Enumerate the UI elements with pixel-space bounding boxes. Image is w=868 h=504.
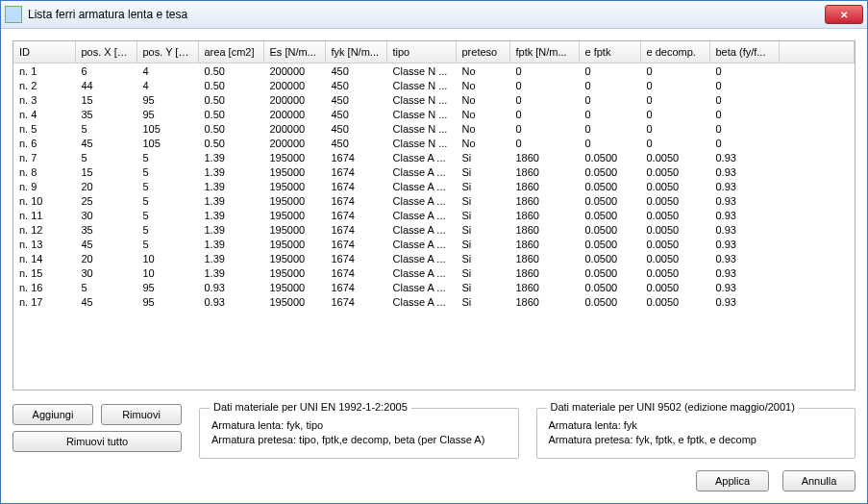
cell-fyk[interactable]: 1674 [325, 150, 386, 164]
cell-area[interactable]: 0.50 [198, 107, 263, 121]
cell-tipo[interactable]: Classe A ... [386, 280, 456, 294]
cell-tipo[interactable]: Classe A ... [386, 294, 456, 309]
cell-ede[interactable]: 0.0050 [640, 251, 709, 265]
cell-beta[interactable]: 0.93 [709, 280, 779, 294]
cell-efptk[interactable]: 0 [579, 63, 640, 79]
cell-ede[interactable]: 0.0050 [640, 237, 709, 251]
cell-es[interactable]: 200000 [263, 63, 325, 79]
cell-beta[interactable]: 0.93 [709, 193, 779, 208]
cell-fptk[interactable]: 1860 [509, 251, 579, 265]
table-row[interactable]: n. 1745950.931950001674Classe A ...Si186… [13, 294, 855, 309]
table-row[interactable]: n. 134551.391950001674Classe A ...Si1860… [13, 237, 855, 251]
cell-ede[interactable]: 0.0050 [640, 265, 709, 280]
cell-ede[interactable]: 0.0050 [640, 294, 709, 309]
table-row[interactable]: n. 92051.391950001674Classe A ...Si18600… [13, 179, 855, 193]
cell-tipo[interactable]: Classe A ... [386, 164, 456, 179]
column-header[interactable]: Es [N/m... [263, 41, 325, 63]
cell-py[interactable]: 5 [136, 164, 198, 179]
table-row[interactable]: n. 102551.391950001674Classe A ...Si1860… [13, 193, 855, 208]
cell-beta[interactable]: 0.93 [709, 251, 779, 265]
cell-es[interactable]: 195000 [263, 193, 325, 208]
cell-px[interactable]: 45 [75, 136, 136, 150]
cell-efptk[interactable]: 0.0500 [579, 222, 640, 237]
table-row[interactable]: n. 1420101.391950001674Classe A ...Si186… [13, 251, 855, 265]
cell-ede[interactable]: 0.0050 [640, 208, 709, 222]
cell-fptk[interactable]: 1860 [509, 294, 579, 309]
close-button[interactable]: ✕ [825, 5, 863, 24]
cell-fyk[interactable]: 1674 [325, 208, 386, 222]
cell-beta[interactable]: 0.93 [709, 265, 779, 280]
cell-ede[interactable]: 0.0050 [640, 193, 709, 208]
cell-efptk[interactable]: 0 [579, 92, 640, 107]
cell-fptk[interactable]: 1860 [509, 280, 579, 294]
cell-beta[interactable]: 0 [709, 63, 779, 79]
cell-pre[interactable]: Si [456, 251, 509, 265]
cell-area[interactable]: 1.39 [198, 265, 263, 280]
cell-efptk[interactable]: 0.0500 [579, 251, 640, 265]
cell-fyk[interactable]: 1674 [325, 265, 386, 280]
cell-fptk[interactable]: 0 [509, 63, 579, 79]
cell-tipo[interactable]: Classe N ... [386, 78, 456, 92]
cell-id[interactable]: n. 5 [13, 121, 75, 136]
cell-efptk[interactable]: 0.0500 [579, 208, 640, 222]
table-row[interactable]: n. 315950.50200000450Classe N ...No0000 [13, 92, 855, 107]
cell-es[interactable]: 195000 [263, 164, 325, 179]
cell-area[interactable]: 1.39 [198, 208, 263, 222]
cell-id[interactable]: n. 9 [13, 179, 75, 193]
cell-fptk[interactable]: 0 [509, 136, 579, 150]
column-header[interactable]: e fptk [579, 41, 640, 63]
cell-ede[interactable]: 0.0050 [640, 222, 709, 237]
column-header[interactable]: ID [13, 41, 75, 63]
table-row[interactable]: n. 165950.931950001674Classe A ...Si1860… [13, 280, 855, 294]
cell-ede[interactable]: 0 [640, 92, 709, 107]
cell-id[interactable]: n. 1 [13, 63, 75, 79]
cell-beta[interactable]: 0 [709, 107, 779, 121]
cell-pre[interactable]: Si [456, 237, 509, 251]
cell-beta[interactable]: 0.93 [709, 294, 779, 309]
cell-pre[interactable]: Si [456, 280, 509, 294]
cell-fptk[interactable]: 1860 [509, 222, 579, 237]
cell-id[interactable]: n. 14 [13, 251, 75, 265]
cell-ede[interactable]: 0 [640, 121, 709, 136]
cell-area[interactable]: 1.39 [198, 237, 263, 251]
cell-py[interactable]: 5 [136, 179, 198, 193]
cell-py[interactable]: 10 [136, 265, 198, 280]
cell-px[interactable]: 45 [75, 237, 136, 251]
cell-fptk[interactable]: 1860 [509, 150, 579, 164]
table-row[interactable]: n. 24440.50200000450Classe N ...No0000 [13, 78, 855, 92]
cell-py[interactable]: 5 [136, 193, 198, 208]
cell-px[interactable]: 20 [75, 179, 136, 193]
cell-tipo[interactable]: Classe A ... [386, 251, 456, 265]
cell-fptk[interactable]: 0 [509, 107, 579, 121]
cell-py[interactable]: 95 [136, 294, 198, 309]
cancel-button[interactable]: Annulla [782, 470, 856, 491]
cell-area[interactable]: 0.93 [198, 294, 263, 309]
cell-ede[interactable]: 0 [640, 107, 709, 121]
cell-area[interactable]: 1.39 [198, 164, 263, 179]
cell-area[interactable]: 1.39 [198, 251, 263, 265]
cell-es[interactable]: 200000 [263, 121, 325, 136]
cell-efptk[interactable]: 0 [579, 121, 640, 136]
cell-es[interactable]: 195000 [263, 265, 325, 280]
cell-beta[interactable]: 0 [709, 136, 779, 150]
cell-area[interactable]: 0.50 [198, 121, 263, 136]
cell-es[interactable]: 200000 [263, 107, 325, 121]
cell-py[interactable]: 4 [136, 63, 198, 79]
cell-px[interactable]: 25 [75, 193, 136, 208]
cell-pre[interactable]: Si [456, 265, 509, 280]
cell-fyk[interactable]: 1674 [325, 251, 386, 265]
cell-es[interactable]: 200000 [263, 136, 325, 150]
cell-id[interactable]: n. 11 [13, 208, 75, 222]
cell-efptk[interactable]: 0.0500 [579, 193, 640, 208]
cell-py[interactable]: 5 [136, 237, 198, 251]
table-row[interactable]: n. 435950.50200000450Classe N ...No0000 [13, 107, 855, 121]
cell-py[interactable]: 105 [136, 121, 198, 136]
column-header[interactable]: area [cm2] [198, 41, 263, 63]
cell-tipo[interactable]: Classe A ... [386, 193, 456, 208]
cell-ede[interactable]: 0.0050 [640, 280, 709, 294]
cell-fptk[interactable]: 0 [509, 78, 579, 92]
cell-tipo[interactable]: Classe A ... [386, 237, 456, 251]
cell-es[interactable]: 195000 [263, 237, 325, 251]
cell-id[interactable]: n. 15 [13, 265, 75, 280]
cell-id[interactable]: n. 12 [13, 222, 75, 237]
